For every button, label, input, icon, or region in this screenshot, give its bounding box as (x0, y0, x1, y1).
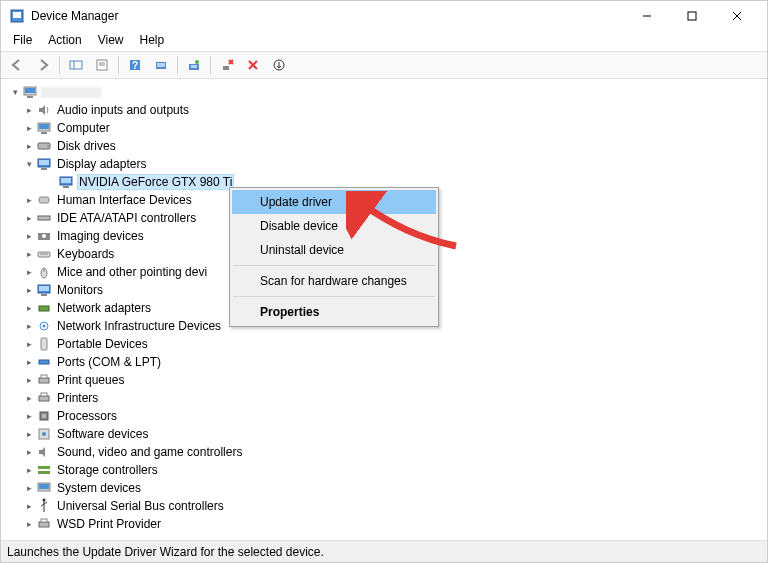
device-category-icon (35, 336, 53, 352)
tree-node-label: Software devices (55, 427, 150, 441)
tree-node[interactable]: ▸WSD Print Provider (3, 515, 765, 533)
expand-icon[interactable]: ▸ (23, 447, 35, 457)
tree-node[interactable]: ▸Storage controllers (3, 461, 765, 479)
toolbar-separator (177, 56, 178, 74)
svg-rect-3 (688, 12, 696, 20)
menubar: File Action View Help (1, 31, 767, 51)
tree-node-label: Printers (55, 391, 100, 405)
back-button[interactable] (5, 54, 29, 76)
ctx-uninstall-device[interactable]: Uninstall device (232, 238, 436, 262)
tree-node-label: Network Infrastructure Devices (55, 319, 223, 333)
device-category-icon (35, 264, 53, 280)
device-category-icon (35, 516, 53, 532)
svg-rect-53 (41, 393, 47, 396)
tree-node-label: Sound, video and game controllers (55, 445, 244, 459)
maximize-button[interactable] (669, 2, 714, 31)
expand-icon[interactable]: ▸ (23, 357, 35, 367)
device-category-icon (35, 498, 53, 514)
expand-icon[interactable]: ▸ (23, 519, 35, 529)
tree-node-label: Mice and other pointing devi (55, 265, 209, 279)
expand-icon[interactable]: ▸ (23, 249, 35, 259)
disable-button[interactable] (241, 54, 265, 76)
svg-rect-55 (42, 414, 46, 418)
expand-icon[interactable]: ▸ (23, 429, 35, 439)
enable-button[interactable] (267, 54, 291, 76)
computer-icon (21, 84, 39, 100)
svg-rect-32 (61, 178, 71, 183)
svg-rect-64 (41, 519, 47, 522)
expand-icon[interactable]: ▸ (23, 231, 35, 241)
expand-icon[interactable]: ▸ (23, 393, 35, 403)
ctx-disable-device[interactable]: Disable device (232, 214, 436, 238)
expand-icon[interactable]: ▸ (23, 411, 35, 421)
tree-node-label: Monitors (55, 283, 105, 297)
expand-icon[interactable]: ▾ (23, 159, 35, 169)
tree-node-label: WSD Print Provider (55, 517, 163, 531)
expand-icon[interactable]: ▸ (23, 375, 35, 385)
tree-node[interactable]: ▸Portable Devices (3, 335, 765, 353)
properties-button[interactable] (90, 54, 114, 76)
expand-icon[interactable]: ▸ (23, 195, 35, 205)
svg-rect-35 (38, 216, 50, 220)
tree-node[interactable]: ▸System devices (3, 479, 765, 497)
ctx-update-driver[interactable]: Update driver (232, 190, 436, 214)
device-category-icon (35, 282, 53, 298)
tree-node[interactable]: ▸Audio inputs and outputs (3, 101, 765, 119)
tree-node-label: Computer (55, 121, 112, 135)
minimize-button[interactable] (624, 2, 669, 31)
scan-hardware-button[interactable] (149, 54, 173, 76)
tree-node-label: Audio inputs and outputs (55, 103, 191, 117)
ctx-separator (233, 296, 435, 297)
tree-node[interactable]: ▸Processors (3, 407, 765, 425)
expand-icon[interactable]: ▸ (23, 303, 35, 313)
expand-icon[interactable]: ▸ (23, 465, 35, 475)
tree-node[interactable]: ▸Print queues (3, 371, 765, 389)
update-driver-button[interactable] (182, 54, 206, 76)
tree-node-label: Storage controllers (55, 463, 160, 477)
device-category-icon (35, 120, 53, 136)
tree-node[interactable]: ▸Disk drives (3, 137, 765, 155)
ctx-scan-hardware[interactable]: Scan for hardware changes (232, 269, 436, 293)
forward-button[interactable] (31, 54, 55, 76)
svg-rect-21 (25, 88, 35, 93)
tree-node-label: Keyboards (55, 247, 116, 261)
tree-node[interactable]: ▾Display adapters (3, 155, 765, 173)
expand-icon[interactable]: ▸ (23, 123, 35, 133)
tree-root-node[interactable]: ▾ (3, 83, 765, 101)
context-menu: Update driver Disable device Uninstall d… (229, 187, 439, 327)
expand-icon[interactable]: ▸ (23, 213, 35, 223)
device-category-icon (35, 480, 53, 496)
menu-file[interactable]: File (5, 31, 40, 51)
svg-point-57 (42, 432, 46, 436)
menu-view[interactable]: View (90, 31, 132, 51)
svg-rect-33 (63, 186, 69, 188)
tree-node[interactable]: ▸Universal Serial Bus controllers (3, 497, 765, 515)
tree-node[interactable]: ▸Computer (3, 119, 765, 137)
tree-node-label: Processors (55, 409, 119, 423)
collapse-icon[interactable]: ▾ (9, 87, 21, 97)
tree-node[interactable]: ▸Printers (3, 389, 765, 407)
close-button[interactable] (714, 2, 759, 31)
expand-icon[interactable]: ▸ (23, 339, 35, 349)
expand-icon[interactable]: ▸ (23, 321, 35, 331)
expand-icon[interactable]: ▸ (23, 501, 35, 511)
svg-rect-24 (39, 124, 49, 129)
menu-help[interactable]: Help (132, 31, 173, 51)
expand-icon[interactable]: ▸ (23, 285, 35, 295)
device-icon (57, 174, 75, 190)
menu-action[interactable]: Action (40, 31, 89, 51)
tree-node-label: Imaging devices (55, 229, 146, 243)
expand-icon[interactable]: ▸ (23, 267, 35, 277)
device-category-icon (35, 354, 53, 370)
expand-icon[interactable]: ▸ (23, 105, 35, 115)
help-button[interactable]: ? (123, 54, 147, 76)
uninstall-button[interactable] (215, 54, 239, 76)
show-hide-console-button[interactable] (64, 54, 88, 76)
tree-node[interactable]: ▸Sound, video and game controllers (3, 443, 765, 461)
tree-node[interactable]: ▸Software devices (3, 425, 765, 443)
expand-icon[interactable]: ▸ (23, 483, 35, 493)
expand-icon[interactable]: ▸ (23, 141, 35, 151)
ctx-properties[interactable]: Properties (232, 300, 436, 324)
tree-node[interactable]: ▸Ports (COM & LPT) (3, 353, 765, 371)
device-category-icon (35, 192, 53, 208)
